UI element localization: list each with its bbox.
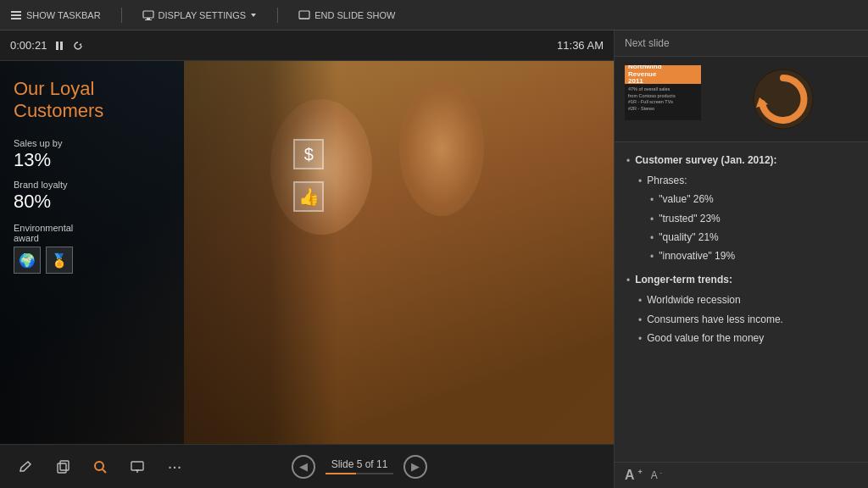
bottom-tools: ··· (14, 455, 186, 479)
next-slide-thumb[interactable]: Northwind Revenue 2011 47% of overall sa… (625, 65, 701, 120)
stat-sales: Sales up by 13% $ (14, 138, 324, 171)
note-value: • "value" 26% (650, 191, 856, 208)
more-tool-btn[interactable]: ··· (163, 455, 186, 479)
font-increase-btn[interactable]: A + (625, 468, 643, 483)
slide-progress-bar (326, 473, 393, 474)
circular-arrow-icon (749, 65, 817, 133)
end-slideshow-btn[interactable]: END SLIDE SHOW (298, 9, 395, 21)
award-icon: 🏅 (46, 247, 73, 274)
photo-person2 (399, 80, 484, 216)
note-bullet-survey: • Customer survey (Jan. 2012): (626, 152, 856, 169)
svg-rect-12 (60, 461, 69, 470)
slide-canvas: Our Loyal Customers Sales up by 13% $ Br… (0, 61, 614, 444)
main-area: 0:00:21 11:36 AM (0, 30, 868, 488)
slide-title: Our Loyal Customers (14, 78, 324, 123)
note-bullet-trends: • Longer-term trends: (626, 272, 856, 289)
note-trends-list: • Worldwide recession • Consumers have l… (626, 292, 856, 347)
show-taskbar-btn[interactable]: SHOW TASKBAR (10, 9, 101, 21)
note-quality: • "quality" 21% (650, 230, 856, 247)
svg-rect-3 (143, 11, 153, 18)
screen-tool-btn[interactable] (125, 455, 149, 479)
slide-nav: ◀ Slide 5 of 11 ▶ (292, 455, 427, 479)
svg-rect-15 (131, 462, 143, 470)
note-phrases-header: • Phrases: (638, 173, 856, 190)
note-recession: • Worldwide recession (638, 292, 856, 309)
chevron-down-icon (250, 12, 257, 19)
svg-rect-9 (60, 42, 63, 50)
timer-section: 0:00:21 (10, 39, 84, 52)
copy-tool-btn[interactable] (51, 455, 75, 479)
display-settings-btn[interactable]: DISPLAY SETTINGS (142, 9, 258, 21)
slide-bottom-toolbar: ··· ◀ Slide 5 of 11 ▶ (0, 444, 614, 488)
thumb-content: 47% of overall sales from Contoso produc… (625, 84, 701, 115)
note-innovative: • "innovative" 19% (650, 248, 856, 265)
svg-rect-0 (11, 11, 21, 13)
pen-icon (18, 459, 33, 474)
note-consumers: • Consumers have less income. (638, 312, 856, 329)
svg-rect-4 (147, 18, 150, 19)
preview-arrow-area (708, 65, 858, 133)
search-tool-btn[interactable] (88, 455, 112, 479)
next-slide-preview: Northwind Revenue 2011 47% of overall sa… (615, 57, 868, 142)
thumbsup-icon: 👍 (293, 181, 324, 212)
env-icons: 🌍 🏅 (14, 247, 324, 274)
svg-point-13 (95, 462, 103, 470)
slide-indicator: Slide 5 of 11 (326, 458, 393, 474)
slide-overlay: Our Loyal Customers Sales up by 13% $ Br… (0, 61, 337, 444)
note-phrases-list: • "value" 26% • "trusted" 23% • "quality… (638, 191, 856, 265)
taskbar-icon (10, 9, 22, 21)
slide-top-controls: 0:00:21 11:36 AM (0, 30, 614, 61)
pen-tool-btn[interactable] (14, 455, 37, 479)
note-phrases-section: • Phrases: • "value" 26% • "trusted" 23%… (626, 173, 856, 265)
toolbar: SHOW TASKBAR DISPLAY SETTINGS END SLIDE … (0, 0, 868, 30)
slide-progress-fill (326, 473, 356, 474)
right-panel: Next slide Northwind Revenue 2011 47% of… (614, 30, 868, 488)
prev-slide-btn[interactable]: ◀ (292, 455, 315, 479)
svg-rect-8 (56, 42, 58, 50)
stat-environment: Environmental award 🌍 🏅 (14, 223, 324, 274)
slide-area: 0:00:21 11:36 AM (0, 30, 614, 488)
svg-rect-11 (58, 463, 66, 473)
svg-rect-1 (11, 14, 21, 16)
display-settings-icon (142, 9, 154, 21)
search-icon (92, 459, 108, 474)
svg-rect-5 (145, 19, 152, 20)
screen-icon (130, 459, 145, 474)
copy-icon (55, 459, 70, 474)
sep1 (121, 8, 122, 23)
stat-loyalty: Brand loyalty 80% 👍 (14, 180, 324, 213)
clock-display: 11:36 AM (557, 39, 604, 52)
sep2 (277, 8, 278, 23)
stat-sales-text: Sales up by 13% (14, 138, 287, 171)
timer-display: 0:00:21 (10, 39, 47, 52)
globe-icon: 🌍 (14, 247, 41, 274)
note-good-value: • Good value for the money (638, 330, 856, 347)
notes-content: • Customer survey (Jan. 2012): • Phrases… (615, 142, 868, 462)
env-label-text: Environmental award (14, 223, 324, 243)
reset-icon[interactable] (72, 40, 84, 52)
next-slide-header: Next slide (615, 30, 868, 57)
end-slideshow-icon (298, 9, 310, 21)
pause-icon[interactable] (53, 40, 65, 52)
next-slide-btn[interactable]: ▶ (403, 455, 427, 479)
svg-rect-2 (11, 18, 21, 19)
stat-loyalty-text: Brand loyalty 80% (14, 180, 287, 213)
font-decrease-btn[interactable]: A - (651, 469, 662, 481)
dollar-icon: $ (293, 139, 324, 169)
thumb-title: Northwind Revenue 2011 (628, 65, 662, 86)
font-controls: A + A - (615, 462, 868, 488)
note-trusted: • "trusted" 23% (650, 211, 856, 228)
svg-line-14 (103, 469, 106, 473)
thumb-header: Northwind Revenue 2011 (625, 65, 701, 84)
svg-rect-6 (299, 11, 309, 19)
